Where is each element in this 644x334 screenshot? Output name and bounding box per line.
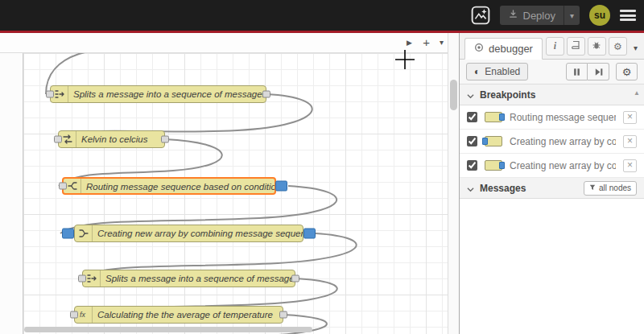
input-port[interactable] — [78, 275, 86, 282]
mini-node-icon — [485, 136, 502, 146]
output-port[interactable] — [161, 136, 169, 143]
node-label: Routing message sequence based on condit… — [81, 179, 275, 193]
vertical-scrollbar-thumb[interactable] — [450, 80, 457, 110]
breakpoint-label: Creating new array by combini — [510, 136, 616, 147]
output-port[interactable] — [279, 311, 287, 319]
input-port[interactable] — [54, 136, 62, 143]
enabled-label: Enabled — [485, 66, 520, 77]
tab-debugger[interactable]: debugger — [464, 38, 543, 60]
toggle-icon: ◐ — [474, 67, 480, 76]
messages-empty-area — [460, 199, 644, 334]
join-icon — [75, 225, 93, 241]
sidebar-tab-list-chevron-icon[interactable]: ▾ — [634, 43, 638, 52]
pause-button[interactable] — [566, 63, 588, 80]
scroll-up-icon[interactable]: ▲ — [634, 90, 640, 97]
debugger-icon — [474, 43, 484, 55]
filter-label: all nodes — [599, 183, 631, 192]
mini-node-icon — [485, 112, 502, 122]
tab-help[interactable] — [567, 37, 585, 56]
node-label: Creating new array by combining message … — [93, 225, 303, 241]
pause-icon — [572, 67, 582, 77]
svg-text:fx: fx — [80, 311, 86, 319]
input-port[interactable] — [46, 91, 54, 98]
breakpoint-checkbox[interactable] — [467, 160, 477, 171]
breakpoint-row: Creating new array by combini × — [460, 154, 644, 178]
message-filter-button[interactable]: all nodes — [584, 181, 637, 196]
output-port[interactable] — [262, 91, 270, 98]
flow-list-chevron-icon[interactable]: ▾ — [440, 38, 444, 47]
breakpoint-row: Routing message sequence ba × — [460, 105, 644, 130]
tab-label: debugger — [489, 43, 533, 55]
workspace-tab-bar: ▶ + ▾ — [0, 33, 448, 53]
step-button[interactable] — [588, 63, 609, 80]
breakpoint-checkbox[interactable] — [467, 112, 477, 122]
close-icon[interactable]: × — [623, 159, 637, 172]
deploy-icon — [508, 8, 518, 23]
step-icon — [593, 67, 604, 77]
add-flow-button[interactable]: + — [423, 35, 430, 49]
tab-debug-messages[interactable] — [588, 37, 606, 56]
bug-icon — [592, 40, 601, 52]
gear-icon: ⚙ — [613, 41, 622, 52]
tab-scroll-icon[interactable]: ▶ — [407, 39, 412, 47]
crosshair-cursor — [395, 50, 415, 72]
breakpoint-label: Routing message sequence ba — [510, 112, 616, 123]
flow-node-average[interactable]: fx Calculating the the average of temper… — [74, 306, 283, 324]
flow-canvas[interactable]: Splits a message into a sequence of mess… — [0, 33, 448, 334]
sidebar-tab-bar: debugger i ⚙ ▾ — [460, 33, 644, 60]
breakpoint-marker[interactable] — [303, 229, 316, 239]
horizontal-scrollbar-thumb[interactable] — [24, 327, 312, 332]
messages-section-header[interactable]: Messages all nodes — [460, 178, 644, 199]
breakpoint-checkbox[interactable] — [467, 136, 477, 146]
flow-node-split-2[interactable]: Splits a message into a sequence of mess… — [82, 270, 295, 287]
deploy-label: Deploy — [523, 10, 555, 22]
messages-title: Messages — [480, 183, 526, 194]
deploy-options-chevron-icon[interactable]: ▾ — [564, 11, 580, 20]
breakpoint-marker[interactable] — [62, 229, 74, 239]
breakpoints-section-header[interactable]: Breakpoints ▲ — [460, 85, 644, 105]
close-icon[interactable]: × — [623, 111, 637, 124]
chevron-down-icon — [467, 181, 474, 196]
debugger-settings-button[interactable]: ⚙ — [616, 63, 638, 80]
chevron-down-icon — [467, 88, 474, 102]
user-avatar[interactable]: su — [589, 5, 610, 26]
input-port[interactable] — [70, 311, 78, 319]
flow-node-kelvin[interactable]: Kelvin to celcius — [58, 130, 165, 148]
breakpoints-title: Breakpoints — [480, 89, 535, 101]
gear-icon: ⚙ — [622, 66, 632, 78]
debugger-toolbar: ◐ Enabled ⚙ — [460, 60, 644, 85]
debugger-enabled-toggle[interactable]: ◐ Enabled — [466, 63, 528, 80]
export-icon[interactable] — [471, 6, 490, 25]
tab-info[interactable]: i — [546, 37, 564, 56]
input-port[interactable] — [59, 183, 67, 190]
node-red-editor: Deploy ▾ su — [0, 0, 644, 334]
vertical-scrollbar[interactable] — [448, 33, 459, 334]
node-label: Splits a message into a sequence of mess… — [101, 270, 295, 287]
sidebar: debugger i ⚙ ▾ ◐ Enabled — [459, 33, 644, 334]
filter-icon — [589, 183, 596, 192]
node-label: Splits a message into a sequence of mess… — [68, 86, 266, 102]
mini-node-icon — [485, 160, 502, 171]
node-label: Calculating the the average of temperatu… — [93, 307, 283, 323]
output-port[interactable] — [291, 275, 299, 282]
header: Deploy ▾ su — [0, 0, 644, 31]
tab-config[interactable]: ⚙ — [609, 37, 627, 56]
node-label: Kelvin to celcius — [76, 131, 164, 147]
flow-node-join[interactable]: Creating new array by combining message … — [74, 225, 303, 242]
breakpoint-label: Creating new array by combini — [510, 160, 616, 171]
flow-node-switch-selected[interactable]: Routing message sequence based on condit… — [62, 177, 276, 195]
info-icon: i — [554, 40, 556, 52]
main-menu-icon[interactable] — [620, 10, 636, 21]
book-icon — [571, 40, 580, 52]
close-icon[interactable]: × — [623, 135, 637, 148]
breakpoint-marker[interactable] — [275, 181, 287, 192]
breakpoint-row: Creating new array by combini × — [460, 130, 644, 154]
flow-node-split-1[interactable]: Splits a message into a sequence of mess… — [50, 85, 266, 103]
deploy-button[interactable]: Deploy ▾ — [500, 6, 580, 25]
